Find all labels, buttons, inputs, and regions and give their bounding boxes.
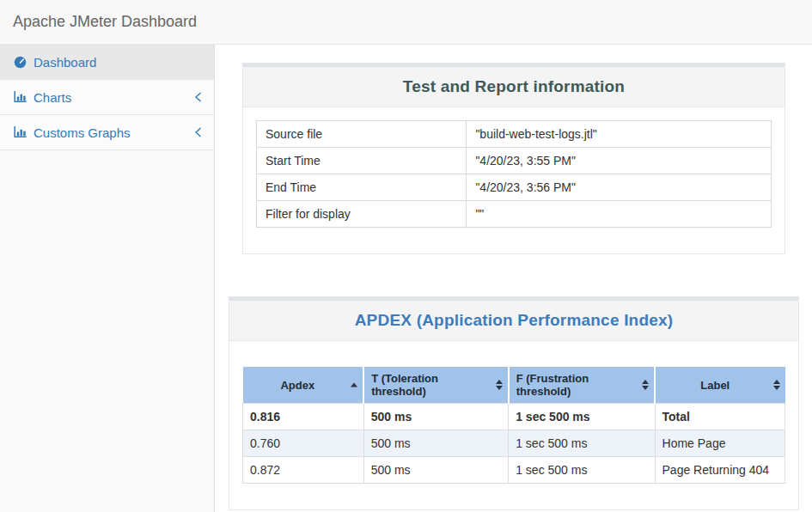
chevron-left-icon <box>194 92 202 102</box>
dashboard-gauge-icon <box>12 56 27 69</box>
apdex-value: 0.816 <box>243 404 364 430</box>
table-header-row: Apdex T (Toleration threshold) F (Frustr… <box>243 367 785 404</box>
sidebar-item-label: Dashboard <box>34 55 96 70</box>
table-row: End Time "4/20/23, 3:56 PM" <box>257 174 772 201</box>
toleration-value: 500 ms <box>363 457 508 484</box>
table-row: Start Time "4/20/23, 3:55 PM" <box>257 148 772 174</box>
column-header-toleration[interactable]: T (Toleration threshold) <box>363 367 508 404</box>
toleration-value: 500 ms <box>363 430 508 457</box>
table-row: 0.872 500 ms 1 sec 500 ms Page Returning… <box>243 457 785 484</box>
info-value: "build-web-test-logs.jtl" <box>467 121 772 148</box>
sidebar-item-dashboard[interactable]: Dashboard <box>0 45 214 80</box>
label-value: Page Returning 404 <box>655 457 785 484</box>
info-label: Start Time <box>257 148 467 174</box>
app-title: Apache JMeter Dashboard <box>13 13 197 31</box>
toleration-value: 500 ms <box>363 404 508 430</box>
apdex-panel-heading: APDEX (Application Performance Index) <box>229 301 798 341</box>
table-row: Filter for display "" <box>257 201 772 228</box>
frustration-value: 1 sec 500 ms <box>509 457 655 484</box>
column-header-label-col[interactable]: Label <box>655 367 785 404</box>
apdex-panel-title: APDEX (Application Performance Index) <box>242 311 785 330</box>
column-header-label: F (Frustration threshold) <box>516 372 589 398</box>
main-content: Test and Report information Source file … <box>215 63 812 512</box>
label-value: Total <box>655 404 785 430</box>
apdex-value: 0.760 <box>243 430 364 457</box>
bar-chart-icon <box>12 91 27 103</box>
info-value: "4/20/23, 3:55 PM" <box>467 148 772 174</box>
label-value: Home Page <box>655 430 785 457</box>
apdex-value: 0.872 <box>243 457 364 484</box>
info-label: Filter for display <box>257 201 467 228</box>
column-header-apdex[interactable]: Apdex <box>243 367 364 404</box>
top-navbar: Apache JMeter Dashboard <box>0 0 812 45</box>
apdex-table: Apdex T (Toleration threshold) F (Frustr… <box>242 367 785 484</box>
column-header-label: Apdex <box>280 379 314 392</box>
table-row: 0.760 500 ms 1 sec 500 ms Home Page <box>243 430 785 457</box>
sort-asc-icon <box>351 383 357 387</box>
info-panel: Test and Report information Source file … <box>242 63 785 254</box>
sidebar-item-customs-graphs[interactable]: Customs Graphs <box>0 115 214 150</box>
info-table: Source file "build-web-test-logs.jtl" St… <box>256 120 772 228</box>
info-label: Source file <box>257 121 467 148</box>
column-header-frustration[interactable]: F (Frustration threshold) <box>509 367 655 404</box>
chevron-left-icon <box>194 127 202 137</box>
sidebar-item-label: Charts <box>34 90 71 105</box>
sort-both-icon <box>496 380 503 390</box>
column-header-label: T (Toleration threshold) <box>371 372 438 398</box>
sort-both-icon <box>773 380 780 390</box>
frustration-value: 1 sec 500 ms <box>509 404 655 430</box>
table-row: Source file "build-web-test-logs.jtl" <box>257 121 772 148</box>
column-header-label: Label <box>700 379 730 392</box>
apdex-panel: APDEX (Application Performance Index) Ap… <box>229 296 799 510</box>
info-value: "4/20/23, 3:56 PM" <box>467 174 772 201</box>
info-label: End Time <box>257 174 467 201</box>
frustration-value: 1 sec 500 ms <box>509 430 655 457</box>
info-value: "" <box>467 201 772 228</box>
sidebar: Dashboard Charts Customs Graphs <box>0 45 215 512</box>
bar-chart-icon <box>12 126 27 138</box>
sort-both-icon <box>642 380 649 390</box>
apdex-panel-body: Apdex T (Toleration threshold) F (Frustr… <box>229 341 798 509</box>
info-panel-body: Source file "build-web-test-logs.jtl" St… <box>243 107 785 253</box>
sidebar-item-label: Customs Graphs <box>34 125 131 140</box>
table-row-total: 0.816 500 ms 1 sec 500 ms Total <box>243 404 785 430</box>
info-panel-title: Test and Report information <box>256 77 772 96</box>
sidebar-item-charts[interactable]: Charts <box>0 80 214 115</box>
info-panel-heading: Test and Report information <box>243 67 785 107</box>
